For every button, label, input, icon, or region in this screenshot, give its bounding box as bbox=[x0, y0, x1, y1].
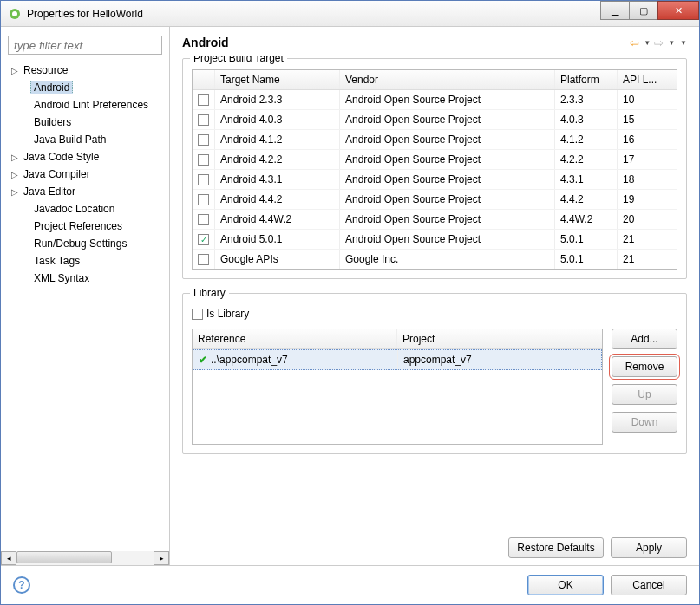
tree-item-label: Java Editor bbox=[20, 185, 79, 198]
target-platform: 5.0.1 bbox=[555, 250, 618, 269]
tree-item-label: Java Code Style bbox=[20, 150, 102, 164]
scroll-thumb[interactable] bbox=[16, 551, 112, 563]
target-platform: 4.0.3 bbox=[555, 110, 618, 129]
is-library-label: Is Library bbox=[206, 308, 249, 320]
target-api: 15 bbox=[618, 110, 666, 129]
col-vendor[interactable]: Vendor bbox=[340, 70, 555, 89]
expand-icon[interactable]: ▷ bbox=[10, 170, 20, 179]
tree-item-resource[interactable]: ▷Resource bbox=[6, 62, 169, 79]
target-name: Android 4.4.2 bbox=[215, 190, 340, 209]
nav-back-dropdown-icon[interactable]: ▼ bbox=[644, 39, 651, 47]
col-target-name[interactable]: Target Name bbox=[215, 70, 340, 89]
apply-button[interactable]: Apply bbox=[611, 537, 687, 558]
nav-forward-icon[interactable]: ⇨ bbox=[654, 36, 666, 49]
tree-item-android[interactable]: Android bbox=[6, 79, 169, 96]
target-checkbox[interactable] bbox=[198, 134, 209, 146]
tree-item-project-references[interactable]: Project References bbox=[6, 218, 169, 235]
remove-button[interactable]: Remove bbox=[612, 356, 677, 377]
tree-item-label: Java Compiler bbox=[20, 167, 94, 181]
build-target-group: Project Build Target Target Name Vendor … bbox=[182, 58, 687, 279]
target-row[interactable]: Android 2.3.3Android Open Source Project… bbox=[193, 90, 677, 110]
target-checkbox[interactable] bbox=[198, 254, 209, 265]
tree-item-java-code-style[interactable]: ▷Java Code Style bbox=[6, 148, 169, 166]
eclipse-icon bbox=[8, 7, 22, 21]
target-checkbox[interactable] bbox=[198, 174, 209, 185]
cancel-button[interactable]: Cancel bbox=[611, 575, 687, 595]
down-button[interactable]: Down bbox=[612, 412, 677, 433]
titlebar[interactable]: Properties for HelloWorld ▁ ▢ ✕ bbox=[1, 1, 699, 27]
nav-forward-dropdown-icon[interactable]: ▼ bbox=[668, 39, 675, 47]
help-icon[interactable]: ? bbox=[13, 576, 30, 594]
build-target-table[interactable]: Target Name Vendor Platform API L... And… bbox=[192, 69, 677, 270]
is-library-checkbox[interactable] bbox=[192, 309, 203, 320]
nav-menu-icon[interactable]: ▼ bbox=[680, 39, 687, 47]
target-api: 18 bbox=[618, 170, 666, 189]
nav-back-icon[interactable]: ⇦ bbox=[630, 36, 642, 49]
target-vendor: Android Open Source Project bbox=[340, 210, 555, 229]
target-vendor: Android Open Source Project bbox=[340, 90, 555, 109]
add-button[interactable]: Add... bbox=[612, 329, 677, 349]
target-checkbox[interactable] bbox=[198, 114, 209, 126]
col-platform[interactable]: Platform bbox=[555, 70, 618, 89]
tree-item-label: Resource bbox=[20, 63, 71, 77]
restore-defaults-button[interactable]: Restore Defaults bbox=[508, 537, 604, 558]
target-row[interactable]: Android 4.4.2Android Open Source Project… bbox=[193, 190, 677, 210]
tree-item-label: Builders bbox=[30, 115, 75, 129]
col-api[interactable]: API L... bbox=[618, 70, 666, 89]
maximize-button[interactable]: ▢ bbox=[629, 1, 658, 20]
scroll-right-icon[interactable]: ▸ bbox=[154, 551, 169, 565]
tree-item-label: XML Syntax bbox=[30, 271, 93, 285]
sidebar-hscroll[interactable]: ◂ ▸ bbox=[1, 550, 169, 565]
filter-input[interactable] bbox=[8, 36, 162, 55]
target-platform: 4.2.2 bbox=[555, 150, 618, 169]
tree-item-xml-syntax[interactable]: XML Syntax bbox=[6, 270, 169, 287]
col-project[interactable]: Project bbox=[397, 329, 602, 348]
expand-icon[interactable]: ▷ bbox=[10, 153, 20, 162]
minimize-button[interactable]: ▁ bbox=[600, 1, 630, 20]
target-name: Android 2.3.3 bbox=[215, 90, 340, 109]
target-checkbox[interactable] bbox=[198, 94, 209, 106]
target-checkbox[interactable] bbox=[198, 194, 209, 205]
up-button[interactable]: Up bbox=[612, 384, 677, 405]
target-api: 10 bbox=[618, 90, 666, 109]
target-row[interactable]: Android 4.3.1Android Open Source Project… bbox=[193, 170, 677, 190]
tree-item-label: Task Tags bbox=[30, 254, 83, 268]
target-api: 19 bbox=[618, 190, 666, 209]
target-row[interactable]: Android 4.1.2Android Open Source Project… bbox=[193, 130, 677, 150]
target-row[interactable]: Google APIsGoogle Inc.5.0.121 bbox=[193, 250, 677, 269]
tree-item-java-build-path[interactable]: Java Build Path bbox=[6, 131, 169, 148]
target-name: Android 4.4W.2 bbox=[215, 210, 340, 229]
target-api: 16 bbox=[618, 130, 666, 149]
tree-item-android-lint-preferences[interactable]: Android Lint Preferences bbox=[6, 96, 169, 114]
target-checkbox[interactable] bbox=[198, 154, 209, 166]
tree-item-run-debug-settings[interactable]: Run/Debug Settings bbox=[6, 235, 169, 252]
expand-icon[interactable]: ▷ bbox=[10, 66, 20, 75]
target-row[interactable]: Android 4.2.2Android Open Source Project… bbox=[193, 150, 677, 170]
tree-item-builders[interactable]: Builders bbox=[6, 114, 169, 131]
target-name: Android 4.1.2 bbox=[215, 130, 340, 149]
tree-item-java-editor[interactable]: ▷Java Editor bbox=[6, 183, 169, 200]
target-row[interactable]: ✓Android 5.0.1Android Open Source Projec… bbox=[193, 230, 677, 250]
target-row[interactable]: Android 4.0.3Android Open Source Project… bbox=[193, 110, 677, 130]
close-button[interactable]: ✕ bbox=[657, 1, 699, 20]
target-vendor: Android Open Source Project bbox=[340, 130, 555, 149]
tree-item-javadoc-location[interactable]: Javadoc Location bbox=[6, 200, 169, 218]
target-checkbox[interactable]: ✓ bbox=[198, 234, 209, 245]
ok-button[interactable]: OK bbox=[527, 575, 604, 595]
tree-item-java-compiler[interactable]: ▷Java Compiler bbox=[6, 166, 169, 183]
expand-icon[interactable]: ▷ bbox=[10, 187, 20, 197]
target-checkbox[interactable] bbox=[198, 214, 209, 225]
target-platform: 4.4.2 bbox=[555, 190, 618, 209]
page-title: Android bbox=[182, 36, 229, 49]
library-refs-table[interactable]: Reference Project ✔..\appcompat_v7appcom… bbox=[192, 329, 603, 445]
scroll-left-icon[interactable]: ◂ bbox=[1, 551, 16, 565]
col-reference[interactable]: Reference bbox=[193, 329, 397, 348]
library-ref-row[interactable]: ✔..\appcompat_v7appcompat_v7 bbox=[193, 349, 602, 370]
category-tree[interactable]: ▷ResourceAndroidAndroid Lint Preferences… bbox=[1, 60, 169, 550]
target-row[interactable]: Android 4.4W.2Android Open Source Projec… bbox=[193, 210, 677, 230]
tree-item-label: Android Lint Preferences bbox=[30, 98, 152, 112]
tree-item-label: Java Build Path bbox=[30, 133, 109, 146]
target-vendor: Google Inc. bbox=[340, 250, 555, 269]
tree-item-task-tags[interactable]: Task Tags bbox=[6, 252, 169, 270]
target-platform: 4.3.1 bbox=[555, 170, 618, 189]
